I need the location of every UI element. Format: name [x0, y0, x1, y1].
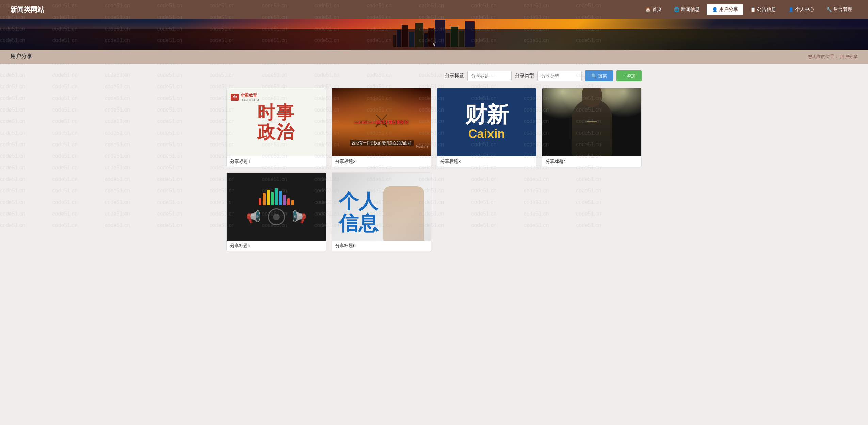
- banner: ∨: [0, 19, 868, 50]
- card-3[interactable]: 财新 Caixin 分享标题3: [437, 88, 536, 167]
- site-header: 新闻类网站 🏠 首页 🌐 新闻信息 👤 用户分享 📋 公告信息 👤 个人中心 🔧…: [0, 0, 868, 19]
- nav-user-share[interactable]: 👤 用户分享: [707, 4, 743, 15]
- card-2-image: ⚔ code51.cn-源码乐园盗图必究 曾经有一件贵贱的感情摆在我的面前 Po…: [332, 88, 431, 156]
- nav-bulletin-label: 公告信息: [757, 6, 776, 13]
- page-title: 用户分享: [10, 53, 32, 60]
- main-content: 分享标题 分享类型 🔍 搜索 + 添加 华 华图教育 HUATU.COM: [216, 64, 652, 258]
- home-icon: 🏠: [645, 7, 651, 12]
- nav-admin-label: 后台管理: [833, 6, 852, 13]
- card-6-label: 分享标题6: [332, 241, 431, 251]
- search-icon: 🔍: [591, 73, 597, 79]
- admin-icon: 🔧: [826, 7, 832, 12]
- search-button-label: 搜索: [598, 73, 607, 79]
- warrior-watermark: code51.cn-源码乐园盗图必究: [352, 118, 411, 127]
- personal-info-text: 个人 信息: [339, 190, 378, 234]
- huatu-url: HUATU.COM: [241, 98, 259, 102]
- card-4[interactable]: 分享标题4: [542, 88, 642, 167]
- card-4-label: 分享标题4: [542, 156, 641, 167]
- huatu-logo-box: 华: [231, 94, 239, 101]
- nav-personal-label: 个人中心: [795, 6, 814, 13]
- add-button-label: 添加: [627, 73, 636, 79]
- bulletin-icon: 📋: [750, 7, 756, 12]
- nav-personal[interactable]: 👤 个人中心: [783, 4, 820, 15]
- search-button[interactable]: 🔍 搜索: [585, 70, 613, 81]
- nav-home[interactable]: 🏠 首页: [640, 4, 667, 15]
- search-type-input[interactable]: [537, 71, 582, 81]
- add-button[interactable]: + 添加: [616, 70, 642, 81]
- card-1-label: 分享标题1: [227, 156, 326, 167]
- breadcrumb-bar: 用户分享 您现在的位置： 用户分享: [0, 50, 868, 64]
- card-2[interactable]: ⚔ code51.cn-源码乐园盗图必究 曾经有一件贵贱的感情摆在我的面前 Po…: [332, 88, 431, 167]
- card-5[interactable]: 📢 📢 分享标题5: [226, 172, 326, 251]
- card-1[interactable]: 华 华图教育 HUATU.COM 时事 政治 分享标题1: [226, 88, 326, 167]
- nav-news[interactable]: 🌐 新闻信息: [669, 4, 705, 15]
- search-title-input[interactable]: [467, 71, 512, 81]
- breadcrumb-current: 用户分享: [840, 54, 858, 59]
- breadcrumb-label: 您现在的位置：: [808, 54, 839, 59]
- news-icon: 🌐: [674, 7, 679, 12]
- card-6[interactable]: 个人 信息 分享标题6: [332, 172, 431, 251]
- nav-news-label: 新闻信息: [681, 6, 700, 13]
- search-bar: 分享标题 分享类型 🔍 搜索 + 添加: [226, 70, 642, 81]
- music-speakers: 📢 📢: [246, 208, 307, 225]
- card-6-image: 个人 信息: [332, 173, 431, 241]
- card-1-image: 华 华图教育 HUATU.COM 时事 政治: [227, 88, 326, 156]
- nav-home-label: 首页: [652, 6, 662, 13]
- huatu-brand: 华图教育: [241, 92, 259, 98]
- banner-scroll-arrow[interactable]: ∨: [432, 40, 436, 48]
- user-share-icon: 👤: [712, 7, 718, 12]
- nav-admin[interactable]: 🔧 后台管理: [821, 4, 858, 15]
- card-5-label: 分享标题5: [227, 241, 326, 251]
- card-3-label: 分享标题3: [437, 156, 536, 167]
- card-2-label: 分享标题2: [332, 156, 431, 167]
- card-grid: 华 华图教育 HUATU.COM 时事 政治 分享标题1: [226, 88, 642, 251]
- card-5-image: 📢 📢: [227, 173, 326, 241]
- breadcrumb: 您现在的位置： 用户分享: [808, 54, 858, 60]
- nav-bulletin[interactable]: 📋 公告信息: [745, 4, 782, 15]
- caixin-chinese: 财新: [465, 104, 509, 125]
- music-bars: [259, 188, 294, 205]
- site-title: 新闻类网站: [10, 5, 44, 14]
- caixin-english: Caixin: [468, 127, 505, 141]
- card-3-image: 财新 Caixin: [437, 88, 536, 156]
- add-icon: +: [623, 73, 625, 79]
- huatu-main-text: 时事 政治: [257, 103, 295, 142]
- share-title-label: 分享标题: [445, 73, 464, 79]
- share-type-label: 分享类型: [515, 73, 534, 79]
- main-nav: 🏠 首页 🌐 新闻信息 👤 用户分享 📋 公告信息 👤 个人中心 🔧 后台管理: [640, 4, 858, 15]
- personal-icon: 👤: [788, 7, 794, 12]
- nav-user-share-label: 用户分享: [719, 6, 738, 13]
- card-4-image: [542, 88, 641, 156]
